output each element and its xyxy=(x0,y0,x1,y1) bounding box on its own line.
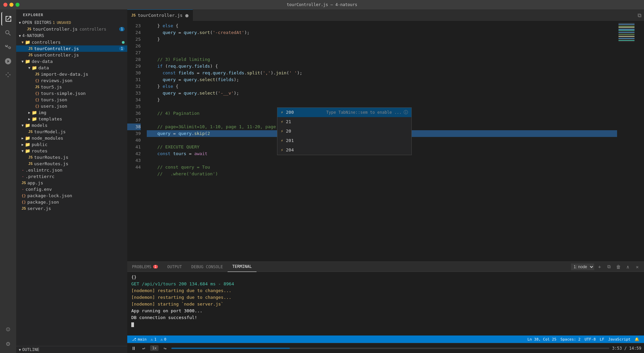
line-num-44: 44 xyxy=(127,164,141,171)
file-tourroutes[interactable]: JS tourRoutes.js xyxy=(16,154,127,161)
status-position[interactable]: Ln 38, Col 25 xyxy=(526,337,558,342)
file-serverjs[interactable]: JS server.js xyxy=(16,205,127,212)
filename-reviews: reviews.json xyxy=(41,78,72,83)
file-tourcontroller[interactable]: JS tourController.js 1 xyxy=(16,45,127,52)
filename-configenv: config.env xyxy=(26,187,52,192)
status-spaces[interactable]: Spaces: 2 xyxy=(558,337,583,342)
file-reviewsjson[interactable]: {} reviews.json xyxy=(16,77,127,84)
search-activity-icon[interactable] xyxy=(1,26,15,40)
ac-label-20: 20 xyxy=(286,128,408,135)
playback-pause-btn[interactable]: ⏸ xyxy=(130,345,137,352)
tab-terminal[interactable]: TERMINAL xyxy=(228,262,257,272)
minimize-button[interactable] xyxy=(9,3,13,7)
file-prettierrc[interactable]: · .prettierrc xyxy=(16,173,127,180)
tab-debug-console[interactable]: DEBUG CONSOLE xyxy=(187,262,228,272)
file-usersjson[interactable]: {} users.json xyxy=(16,103,127,109)
folder-devdata[interactable]: ▼ 📁 dev-data xyxy=(16,58,127,65)
ac-info-icon-200[interactable]: ⓘ xyxy=(404,109,408,116)
code-line-31: } else { xyxy=(147,83,617,90)
sidebar-header: Explorer xyxy=(16,9,127,19)
playback-speed[interactable]: 1x xyxy=(150,345,159,351)
maximize-panel-icon[interactable]: ∧ xyxy=(624,263,632,271)
file-toursjson[interactable]: {} tours.json xyxy=(16,97,127,103)
file-usercontroller[interactable]: JS userController.js xyxy=(16,52,127,58)
code-editor[interactable]: 23 24 25 26 27 28 29 30 31 32 33 34 35 3… xyxy=(127,21,644,261)
filename-tourcontroller: tourController.js xyxy=(34,46,79,51)
ac-item-201[interactable]: ⚡ 201 xyxy=(277,136,411,145)
folder-controllers[interactable]: ▼ 📁 controllers xyxy=(16,39,127,45)
status-warnings[interactable]: ⚠ 0 xyxy=(159,337,168,342)
autocomplete-dropdown[interactable]: ⚡ 200 Type TabNine::sem to enable ... ⓘ … xyxy=(277,107,412,155)
git-activity-icon[interactable] xyxy=(1,40,15,54)
file-tourmodel[interactable]: JS tourModel.js xyxy=(16,129,127,135)
folder-img[interactable]: ▶ 📁 img xyxy=(16,109,127,116)
status-errors[interactable]: ⚠ 1 xyxy=(149,337,159,342)
js-icon-importdevdata: JS xyxy=(35,72,39,76)
folder-label-controllers: controllers xyxy=(32,40,61,45)
filename-serverjs: server.js xyxy=(27,206,51,211)
split-terminal-icon[interactable]: ⧉ xyxy=(605,263,613,271)
folder-data[interactable]: ▼ 📁 data xyxy=(16,65,127,71)
settings-activity-icon[interactable]: ⚙ xyxy=(1,337,15,350)
filename-tour5: tour5.js xyxy=(41,84,62,90)
ac-tabnine-icon-21: ⚡ xyxy=(281,118,283,125)
status-eol[interactable]: LF xyxy=(598,337,606,342)
status-notifications[interactable]: 🔔 xyxy=(633,337,641,342)
tab-tourcontroller[interactable]: JS tourController.js ● xyxy=(127,9,193,21)
tab-bar-actions: ⧉ xyxy=(638,12,644,19)
line-num-38: 38 xyxy=(127,123,141,130)
folder-routes[interactable]: ▼ 📁 routes xyxy=(16,148,127,154)
extensions-activity-icon[interactable] xyxy=(1,69,15,82)
open-editor-path: controllers xyxy=(79,27,106,32)
delete-terminal-icon[interactable]: 🗑 xyxy=(614,263,622,271)
playback-prev-btn[interactable]: ↩ xyxy=(140,345,147,352)
file-packagelock[interactable]: {} package-lock.json xyxy=(16,192,127,199)
open-editor-file[interactable]: JS tourController.js controllers 1 xyxy=(16,26,127,32)
status-branch[interactable]: ⎇ main xyxy=(130,337,149,342)
debug-activity-icon[interactable] xyxy=(1,55,15,68)
term-line-get: GET /api/v1/tours 200 134.684 ms - 8964 xyxy=(131,281,640,287)
file-packagejson[interactable]: {} package.json xyxy=(16,199,127,205)
folder-templates[interactable]: ▶ 📁 templates xyxy=(16,116,127,122)
file-tour5[interactable]: JS tour5.js xyxy=(16,84,127,90)
ac-item-21[interactable]: ⚡ 21 xyxy=(277,117,411,127)
playback-progress-bar[interactable] xyxy=(171,348,609,349)
playback-progress-fill xyxy=(171,348,290,349)
file-configenv[interactable]: · config.env xyxy=(16,186,127,192)
terminal-content[interactable]: {} GET /api/v1/tours 200 134.684 ms - 89… xyxy=(127,272,644,336)
project-section[interactable]: ▼ 4-NATOURS xyxy=(16,32,127,39)
file-tourssimple[interactable]: {} tours-simple.json xyxy=(16,90,127,97)
tab-output[interactable]: OUTPUT xyxy=(163,262,187,272)
minimap xyxy=(617,21,644,261)
accounts-activity-icon[interactable]: ☺ xyxy=(1,323,15,336)
file-appjs[interactable]: JS app.js xyxy=(16,180,127,186)
ac-item-200[interactable]: ⚡ 200 Type TabNine::sem to enable ... ⓘ xyxy=(277,108,411,117)
code-line-25: } xyxy=(147,36,617,43)
file-importdevdata[interactable]: JS import-dev-data.js xyxy=(16,71,127,77)
file-userroutes[interactable]: JS userRoutes.js xyxy=(16,161,127,167)
folder-models[interactable]: ▼ 📁 models xyxy=(16,122,127,129)
status-language[interactable]: JavaScript xyxy=(606,337,633,342)
output-label: OUTPUT xyxy=(167,264,182,269)
ac-item-204[interactable]: ⚡ 204 xyxy=(277,145,411,155)
split-editor-icon[interactable]: ⧉ xyxy=(638,12,641,19)
maximize-button[interactable] xyxy=(15,3,20,7)
explorer-activity-icon[interactable] xyxy=(1,12,15,26)
close-panel-icon[interactable]: ✕ xyxy=(633,263,641,271)
status-spaces-label: Spaces: 2 xyxy=(561,337,581,342)
open-editors-section[interactable]: ▼ OPEN EDITORS 1 UNSAVED xyxy=(16,19,127,26)
code-content[interactable]: } else { query = query.sort('-createdAt'… xyxy=(144,21,617,261)
folder-public[interactable]: ▶ 📁 public xyxy=(16,141,127,148)
close-button[interactable] xyxy=(3,3,7,7)
outline-section[interactable]: ▼ OUTLINE xyxy=(16,346,127,353)
add-terminal-icon[interactable]: + xyxy=(596,263,604,271)
file-eslintrc[interactable]: · .eslintrc.json xyxy=(16,167,127,173)
playback-next-btn[interactable]: ↪ xyxy=(161,345,169,352)
folder-nodemodules[interactable]: ▶ 📁 node_modules xyxy=(16,135,127,141)
ac-label-204: 204 xyxy=(286,147,408,153)
tab-problems[interactable]: PROBLEMS 1 xyxy=(127,262,163,272)
status-encoding[interactable]: UTF-8 xyxy=(582,337,598,342)
terminal-selector[interactable]: 1: node xyxy=(571,263,594,270)
ac-item-20[interactable]: ⚡ 20 xyxy=(277,127,411,136)
json-icon-packagelock: {} xyxy=(22,193,26,198)
